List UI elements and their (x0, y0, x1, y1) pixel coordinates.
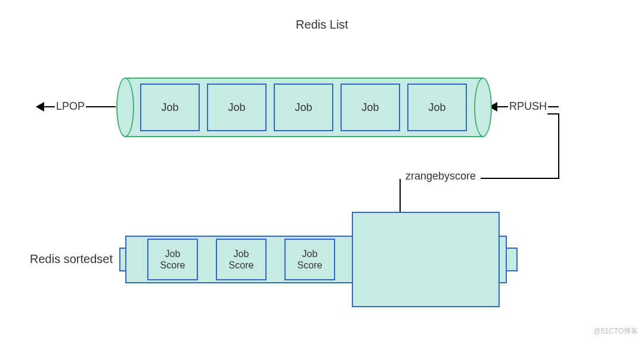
redis-list-cylinder: Job Job Job Job Job (116, 78, 492, 137)
connector-line (497, 106, 508, 107)
list-cell: Job (340, 84, 400, 131)
ss-cell-score: Score (160, 259, 185, 271)
list-cell: Job (274, 84, 333, 131)
diagram-title: Redis List (296, 18, 348, 32)
arrow-left-icon (36, 102, 44, 112)
list-cell: Job (407, 84, 467, 131)
rpush-label: RPUSH (508, 100, 548, 113)
ss-cell-score: Score (229, 259, 254, 271)
cylinder-cap-right (474, 78, 492, 137)
connector-line (558, 113, 559, 179)
ss-cell-score: Score (298, 259, 323, 271)
watermark: @51CTO博客 (593, 326, 638, 336)
connector-line (547, 113, 559, 115)
rpush-arrow: RPUSH (489, 100, 559, 113)
connector-line (548, 106, 559, 107)
sortedset-label: Redis sortedset (30, 252, 113, 266)
sortedset-cell: Job Score (216, 239, 267, 280)
lpop-label: LPOP (55, 100, 86, 113)
lpop-arrow: LPOP (36, 100, 116, 113)
ss-cell-label: Job (165, 248, 181, 259)
cylinder-cap-left (116, 78, 134, 137)
connector-line (86, 106, 116, 107)
sortedset-cell: Job Score (147, 239, 198, 280)
sortedset-ext (506, 248, 518, 271)
sortedset-cell: Job Score (284, 239, 335, 280)
ss-cell-label: Job (302, 248, 318, 259)
connector-line (44, 106, 55, 107)
connector-line (481, 178, 559, 179)
connector-line (400, 179, 401, 212)
zrangebyscore-label: zrangebyscore (405, 170, 476, 183)
list-cell: Job (207, 84, 267, 131)
ss-cell-label: Job (234, 248, 249, 259)
zrangebyscore-selection (352, 212, 500, 307)
list-cells: Job Job Job Job Job (140, 84, 467, 131)
list-cell: Job (140, 84, 200, 131)
